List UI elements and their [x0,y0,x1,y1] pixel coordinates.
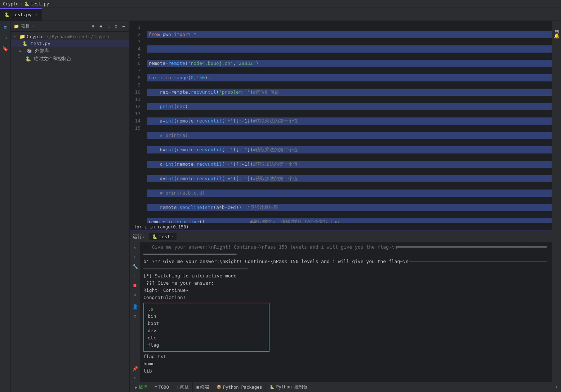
minimize-icon[interactable]: — [121,23,126,30]
todo-label: TODO [159,385,169,390]
breadcrumb: Crypto › 🐍 test.py [3,1,49,6]
code-line-10: c=int(remote.recvuntil('+')[:-1])#获取加法的第… [147,161,552,168]
collapse-icon[interactable]: ≡ [98,23,103,30]
status-tab-problems[interactable]: ⚠ 问题 [173,382,193,392]
stop-btn[interactable]: ■ [131,281,139,289]
rerun-btn[interactable]: ↻ [131,244,139,251]
code-line-8: # print(a) [147,132,552,139]
run-tab-python-icon: 🐍 [152,234,157,239]
locate-icon[interactable]: ⊕ [90,23,96,30]
sort-btn[interactable]: ⇅ [131,290,139,298]
code-line-12: # print(a,b,c,d) [147,190,552,197]
terminal-label: 终端 [200,384,209,390]
term-ls-dev: dev [148,327,265,334]
code-line-4: for i in range(0,150): [147,74,552,81]
run-play-label: 运行 [139,384,147,390]
code-content[interactable]: 12345 678910 1112131415 from pwn import … [130,21,552,223]
tree-path-crypto: ~/PycharmProjects/Crypto [46,34,109,39]
term-line-congrats: Congratulation! [143,294,549,301]
editor-status-text: for i in range(0,150) [134,224,189,230]
editor-statusbar: for i in range(0,150) [130,223,552,231]
run-tab-test[interactable]: 🐍 test × [149,233,177,240]
packages-label: Python Packages [223,385,262,390]
bottom-panel: 运行: 🐍 test × ↻ ↑ 🔧 ↓ ■ ⇅ 👤 ⚙ [130,231,552,382]
gear-icon[interactable]: ⚙ [113,23,119,30]
editor-tab-test-py[interactable]: 🐍 test.py × [0,8,42,21]
run-play-button[interactable]: ▶ 运行 [131,382,151,392]
problems-label: 问题 [180,384,189,390]
sidebar-content: ▾ 📁 Crypto ~/PycharmProjects/Crypto 🐍 te… [11,32,129,392]
right-tool-star[interactable]: ★ [553,383,561,391]
run-label: 运行: [133,233,145,240]
settings-btn[interactable]: ⚙ [131,312,139,320]
term-ls-etc: etc [148,334,265,342]
code-lines[interactable]: from pwn import * remote=remote('node4.b… [144,21,552,223]
term-ls-boot: boot [148,320,265,327]
sidebar: 📁 项目 ▾ ⊕ ≡ ⇅ ⚙ — ▾ 📁 Crypto ~/PycharmPro… [11,21,130,392]
right-tool-notif[interactable]: 🔔 [553,32,561,40]
expand-icon[interactable]: ⇅ [106,23,111,30]
tree-label-test-py: test.py [31,41,50,46]
code-line-13: remote.sendline(str(a*b-c+d)) #反强计算结果 [147,204,552,211]
project-name: Crypto [3,1,18,6]
wrench-btn[interactable]: 🔧 [131,262,139,270]
code-line-6: print(rec) [147,103,552,110]
breadcrumb-sep: › [20,1,22,6]
term-ls-bin: bin [148,313,265,320]
dropdown-icon[interactable]: ▾ [32,24,34,28]
terminal-output[interactable]: ── Give me your answer:\nRight! Continue… [141,242,552,382]
bottom-panel-body: ↻ ↑ 🔧 ↓ ■ ⇅ 👤 ⚙ 📌 ⬆ ── Give me your answ… [130,242,552,382]
code-line-9: b=int(remote.recvuntil('-')[:-1])#获取乘法的第… [147,146,552,153]
tree-arrow-lib: ▶ [19,49,24,53]
up-btn[interactable]: ↑ [131,253,139,261]
term-line-b-quote: b' ??? Give me your answer:\nRight! Cont… [143,258,549,272]
console-label: Python 控制台 [276,384,307,390]
code-line-7: a=int(remote.recvuntil('*')[:-1])#获取乘法的第… [147,117,552,125]
console-icon: 🐍 [270,385,275,389]
pointer-btn[interactable]: ⬆ [131,374,139,382]
editor-area: 12345 678910 1112131415 from pwn import … [130,21,552,392]
tab-python-icon: 🐍 [4,12,10,17]
tree-item-ext-lib[interactable]: ▶ 📚 外部库 [11,47,129,55]
run-tab-close-btn[interactable]: × [172,235,174,239]
term-home: home [143,360,549,368]
todo-icon: ≡ [155,385,157,389]
sidebar-toolbar: 📁 项目 ▾ ⊕ ≡ ⇅ ⚙ — [11,21,129,32]
term-lib: lib [143,368,549,375]
status-tab-python-console[interactable]: 🐍 Python 控制台 [266,382,311,392]
tree-label-temp: 临时文件和控制台 [34,55,71,62]
term-flag-txt: flag.txt [143,353,549,360]
problems-icon: ⚠ [177,385,179,389]
tab-bar: 🐍 test.py × [0,8,561,21]
code-line-1: from pwn import * [147,31,552,38]
code-editor[interactable]: 12345 678910 1112131415 from pwn import … [130,21,552,231]
term-line-switching: [*] Switching to interactive mode [143,272,549,280]
title-bar: Crypto › 🐍 test.py [0,0,561,8]
bookmarks-tab-btn[interactable]: 🔖 [1,44,10,53]
tree-item-temp[interactable]: 🐍 临时文件和控制台 [11,55,129,63]
person-btn[interactable]: 👤 [131,303,139,311]
code-line-14: remote.interactive() #与远端交互，这样才能远程命令去找fl… [147,218,552,223]
down-btn[interactable]: ↓ [131,272,139,280]
structure-tab-btn[interactable]: ⊞ [1,33,10,43]
project-tab-btn[interactable]: ≡ [1,22,10,32]
tree-label-extlib: 外部库 [35,48,49,54]
term-line-question: ??? Give me your answer: [143,280,549,287]
tab-close-btn[interactable]: × [35,13,37,17]
line-numbers: 12345 678910 1112131415 [130,21,144,223]
pin-btn[interactable]: 📌 [131,365,139,373]
left-tabs: ≡ ⊞ 🔖 [0,21,11,392]
sidebar-label: 项目 [21,23,30,29]
tree-item-test-py[interactable]: 🐍 test.py [11,40,129,47]
status-tab-terminal[interactable]: ▣ 终端 [193,382,213,392]
right-tool-git[interactable]: 结构 [553,22,561,30]
status-tab-todo[interactable]: ≡ TODO [151,382,173,392]
run-side-buttons: ↻ ↑ 🔧 ↓ ■ ⇅ 👤 ⚙ 📌 ⬆ [130,242,141,382]
code-line-11: d=int(remote.recvuntil('=')[:-1])#获取加法的第… [147,175,552,182]
status-tab-python-packages[interactable]: 📦 Python Packages [213,382,266,392]
tree-item-crypto[interactable]: ▾ 📁 Crypto ~/PycharmProjects/Crypto [11,33,129,40]
code-line-2 [147,45,552,53]
tree-arrow-crypto: ▾ [14,35,18,39]
run-panel-header: 运行: 🐍 test × [130,231,552,242]
bottom-status-bar: ▶ 运行 ≡ TODO ⚠ 问题 ▣ 终端 📦 Python Packages … [130,382,552,392]
